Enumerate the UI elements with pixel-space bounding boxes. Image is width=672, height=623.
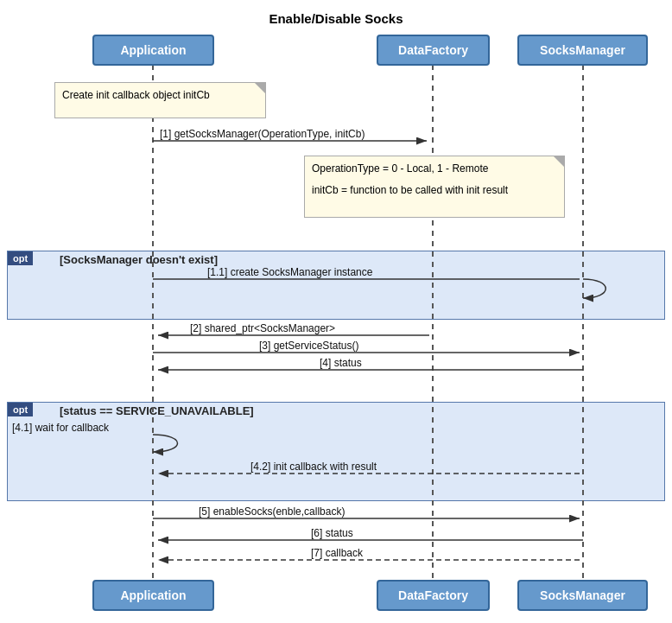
actor-application-top: Application — [92, 35, 214, 66]
msg-label-7: [7] callback — [311, 547, 363, 559]
opt-frame-1: opt [SocksManager doesn't exist] — [7, 251, 665, 320]
msg-label-2: [2] shared_ptr<SocksManager> — [190, 322, 335, 334]
actor-datafactory-bottom: DataFactory — [377, 580, 490, 611]
opt-label-2: opt — [8, 403, 33, 416]
msg-label-11: [1.1] create SocksManager instance — [207, 266, 372, 278]
note-operationtype: OperationType = 0 - Local, 1 - Remote in… — [304, 156, 565, 218]
msg-label-6: [6] status — [311, 527, 353, 539]
actor-application-bottom: Application — [92, 580, 214, 611]
diagram-title: Enable/Disable Socks — [0, 4, 672, 26]
opt-condition-2: [status == SERVICE_UNAVAILABLE] — [60, 404, 254, 417]
msg-label-5: [5] enableSocks(enble,callback) — [199, 505, 345, 518]
note-operationtype-line2: initCb = function to be called with init… — [312, 182, 557, 199]
note-operationtype-line1: OperationType = 0 - Local, 1 - Remote — [312, 161, 557, 177]
sequence-diagram: Enable/Disable Socks opt [SocksManager d… — [0, 0, 672, 623]
lifeline-sm — [582, 65, 584, 580]
actor-socksmanager-bottom: SocksManager — [517, 580, 648, 611]
opt-condition-1: [SocksManager doesn't exist] — [60, 253, 218, 266]
msg-label-1: [1] getSocksManager(OperationType, initC… — [160, 128, 365, 140]
opt-label-1: opt — [8, 251, 33, 265]
lifeline-df — [432, 65, 434, 580]
note-create-initcb: Create init callback object initCb — [54, 82, 266, 118]
actor-datafactory-top: DataFactory — [377, 35, 490, 66]
note-create-initcb-text: Create init callback object initCb — [62, 89, 210, 101]
msg-label-3: [3] getServiceStatus() — [259, 340, 358, 352]
msg-label-41: [4.1] wait for callback — [12, 422, 109, 434]
msg-label-4: [4] status — [320, 357, 362, 369]
msg-label-42: [4.2] init callback with result — [250, 461, 377, 473]
actor-socksmanager-top: SocksManager — [517, 35, 648, 66]
opt-frame-2: opt [status == SERVICE_UNAVAILABLE] — [7, 402, 665, 501]
lifeline-app — [152, 65, 154, 580]
